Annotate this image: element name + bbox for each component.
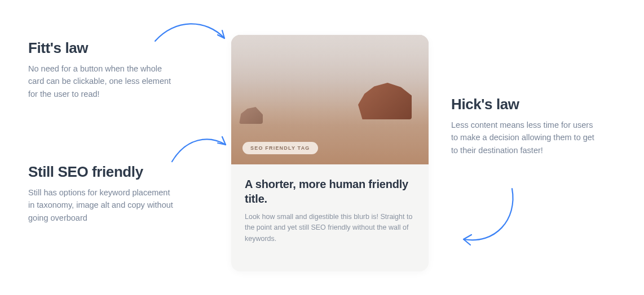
- example-card[interactable]: SEO FRIENDLY TAG A shorter, more human f…: [231, 35, 429, 271]
- diagram-container: Fitt's law No need for a button when the…: [0, 0, 644, 295]
- annotation-body: No need for a button when the whole card…: [28, 62, 175, 100]
- annotation-body: Still has options for keyword placement …: [28, 186, 175, 224]
- annotation-body: Less content means less time for users t…: [451, 119, 598, 157]
- card-body: A shorter, more human friendly title. Lo…: [231, 164, 429, 258]
- card-blurb: Look how small and digestible this blurb…: [245, 212, 415, 244]
- arrow-icon: [169, 127, 231, 166]
- annotation-fitts-law: Fitt's law No need for a button when the…: [28, 39, 175, 100]
- card-image: SEO FRIENDLY TAG: [231, 35, 429, 164]
- annotation-title: Fitt's law: [28, 39, 175, 57]
- card-title: A shorter, more human friendly title.: [245, 177, 415, 206]
- arrow-icon: [456, 186, 523, 253]
- seo-tag-badge: SEO FRIENDLY TAG: [242, 142, 318, 154]
- annotation-hicks-law: Hick's law Less content means less time …: [451, 96, 598, 157]
- annotation-title: Still SEO friendly: [28, 163, 175, 181]
- arrow-hicks-to-card: [456, 186, 523, 256]
- annotation-title: Hick's law: [451, 96, 598, 113]
- arrow-seo-to-tag: [169, 127, 231, 168]
- annotation-seo-friendly: Still SEO friendly Still has options for…: [28, 163, 175, 224]
